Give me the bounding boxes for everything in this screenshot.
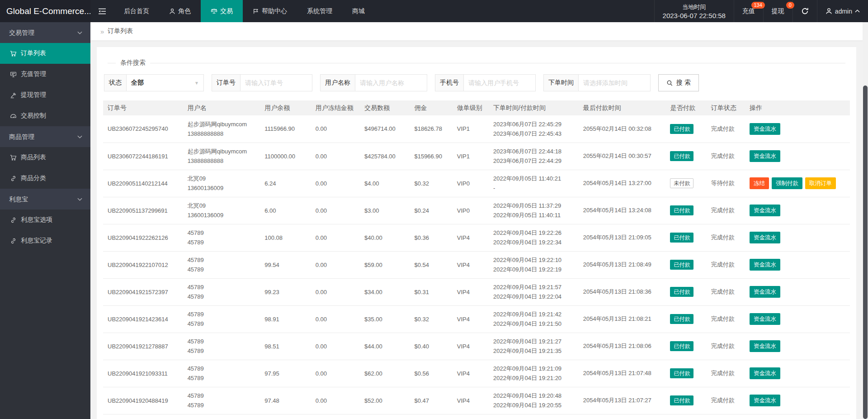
- app-logo: Global E-Commerce...: [0, 0, 90, 22]
- navbar-right: 当地时间 2023-06-07 22:50:58 充值 134 提现 0 adm…: [654, 0, 868, 22]
- cell-paid: 已付款: [665, 360, 706, 387]
- user-name-text: 起步源码网qibuymcom: [188, 147, 256, 156]
- phone-input[interactable]: [464, 75, 535, 91]
- nav-item-help[interactable]: 帮助中心: [243, 0, 297, 22]
- sidebar-item-order-list[interactable]: 订单列表: [0, 43, 90, 64]
- nav-item-mall[interactable]: 商城: [342, 0, 375, 22]
- user-account-text: 45789: [188, 400, 256, 410]
- cell-actions: 资金流水: [745, 224, 850, 251]
- sidebar-item-interest-records[interactable]: 利息宝记录: [0, 230, 90, 251]
- nav-item-system[interactable]: 系统管理: [297, 0, 342, 22]
- nav-item-home[interactable]: 后台首页: [114, 0, 159, 22]
- cell-frozen: 0.00: [311, 278, 360, 305]
- cell-commission: $0.24: [410, 197, 452, 224]
- withdraw-link[interactable]: 提现 0: [763, 0, 793, 22]
- user-name-text: 45789: [188, 255, 256, 265]
- sidebar-item-product-category[interactable]: 商品分类: [0, 168, 90, 189]
- cancel-order-button[interactable]: 取消订单: [805, 177, 836, 190]
- user-account-text: 13600136009: [188, 210, 256, 220]
- sidebar-group-interest[interactable]: 利息宝: [0, 189, 90, 210]
- sidebar-collapse-button[interactable]: [90, 0, 114, 22]
- column-header: 操作: [745, 100, 850, 115]
- order-no-input[interactable]: [241, 75, 312, 91]
- table-row: UB2209041921093311457894578997.950.00$62…: [103, 360, 850, 387]
- nav-item-roles[interactable]: 角色: [159, 0, 201, 22]
- pay-time-text: 2023年06月07日 22:45:43: [493, 129, 574, 138]
- status-select[interactable]: 全部 ▼: [127, 75, 203, 91]
- fund-flow-button[interactable]: 资金流水: [750, 313, 780, 325]
- cell-order-pay-time: 2022年09月04日 19:21:092022年09月04日 19:21:20: [489, 360, 579, 387]
- pay-time-text: 2022年09月04日 19:20:55: [493, 400, 574, 410]
- sidebar-item-product-list[interactable]: 商品列表: [0, 147, 90, 168]
- cell-commission: $0.47: [410, 387, 452, 414]
- status-label: 状态: [104, 75, 127, 91]
- breadcrumb-icon: »: [100, 28, 104, 35]
- cell-amount: $62.00: [360, 360, 410, 387]
- status-select-value: 全部: [131, 79, 144, 87]
- paid-badge: 已付款: [670, 341, 693, 351]
- refresh-button[interactable]: [793, 0, 817, 22]
- cell-status: 完成付款: [707, 251, 745, 278]
- cell-amount: $4.00: [360, 170, 410, 197]
- cell-commission: $0.32: [410, 305, 452, 333]
- board-icon: [10, 71, 17, 78]
- sidebar-group-trade-mgmt[interactable]: 交易管理: [0, 22, 90, 43]
- cell-balance: 98.51: [260, 333, 311, 360]
- fund-flow-button[interactable]: 资金流水: [750, 123, 780, 135]
- cell-actions: 资金流水: [745, 387, 850, 414]
- fund-flow-button[interactable]: 资金流水: [750, 205, 780, 217]
- cell-user: 4578945789: [183, 251, 260, 278]
- order-no-filter: 订单号: [212, 74, 312, 91]
- fund-flow-button[interactable]: 资金流水: [750, 367, 780, 380]
- cell-actions: 资金流水: [745, 360, 850, 387]
- user-name-text: 起步源码网qibuymcom: [188, 119, 256, 129]
- user-name-input[interactable]: [355, 75, 427, 91]
- user-menu[interactable]: admin: [817, 0, 868, 22]
- search-button[interactable]: 搜 索: [658, 74, 699, 91]
- force-pay-button[interactable]: 强制付款: [772, 177, 802, 190]
- cell-paid: 已付款: [665, 115, 706, 143]
- sidebar-item-withdraw-mgmt[interactable]: 提现管理: [0, 85, 90, 105]
- cell-user: 4578945789: [183, 360, 260, 387]
- fund-flow-button[interactable]: 资金流水: [750, 395, 780, 407]
- order-time-text: 2022年09月05日 11:40:21: [493, 174, 574, 183]
- sidebar-item-recharge-mgmt[interactable]: 充值管理: [0, 64, 90, 85]
- recharge-link[interactable]: 充值 134: [734, 0, 763, 22]
- scrollbar-thumb[interactable]: [863, 86, 868, 419]
- pay-time-text: 2022年09月04日 19:22:04: [493, 292, 574, 301]
- nav-item-trade[interactable]: 交易: [201, 0, 243, 22]
- cell-last-pay-time: 2054年05月13日 21:07:27: [579, 387, 666, 414]
- sidebar-item-trade-control[interactable]: 交易控制: [0, 105, 90, 126]
- sidebar-item-interest-options[interactable]: 利息宝选项: [0, 210, 90, 230]
- cell-frozen: 0.00: [311, 170, 360, 197]
- fund-flow-button[interactable]: 资金流水: [750, 259, 780, 271]
- sidebar-group-product-mgmt[interactable]: 商品管理: [0, 126, 90, 147]
- cell-last-pay-time: 2055年02月14日 00:30:57: [579, 143, 666, 170]
- cell-balance: 98.91: [260, 305, 311, 333]
- column-header: 用户名: [183, 100, 260, 115]
- user-account-text: 13888888888: [188, 129, 256, 138]
- cell-amount: $40.00: [360, 224, 410, 251]
- cell-status: 完成付款: [707, 143, 745, 170]
- search-icon: [666, 80, 673, 86]
- order-time-filter: 下单时间: [543, 74, 651, 91]
- page-scrollbar[interactable]: [863, 22, 868, 419]
- unpaid-badge: 未付款: [670, 178, 693, 188]
- order-time-input[interactable]: [579, 75, 650, 91]
- cell-order-pay-time: 2022年09月04日 19:21:422022年09月04日 19:21:50: [489, 305, 579, 333]
- fund-flow-button[interactable]: 资金流水: [750, 286, 780, 298]
- cell-frozen: 0.00: [311, 251, 360, 278]
- fund-flow-button[interactable]: 资金流水: [750, 340, 780, 352]
- cell-level: VIP4: [453, 360, 489, 387]
- cell-actions: 资金流水: [745, 278, 850, 305]
- fund-flow-button[interactable]: 资金流水: [750, 232, 780, 244]
- cell-order-no: UB2209041922262126: [103, 224, 183, 251]
- cell-balance: 1115966.90: [260, 115, 311, 143]
- cell-level: VIP4: [453, 278, 489, 305]
- fund-flow-button[interactable]: 资金流水: [750, 150, 780, 162]
- pay-time-text: 2022年09月04日 19:21:20: [493, 373, 574, 383]
- column-header: 交易数额: [360, 100, 410, 115]
- cell-last-pay-time: 2054年05月13日 21:08:36: [579, 278, 666, 305]
- cell-order-pay-time: 2023年06月07日 22:45:292023年06月07日 22:45:43: [489, 115, 579, 143]
- freeze-button[interactable]: 冻结: [750, 177, 769, 190]
